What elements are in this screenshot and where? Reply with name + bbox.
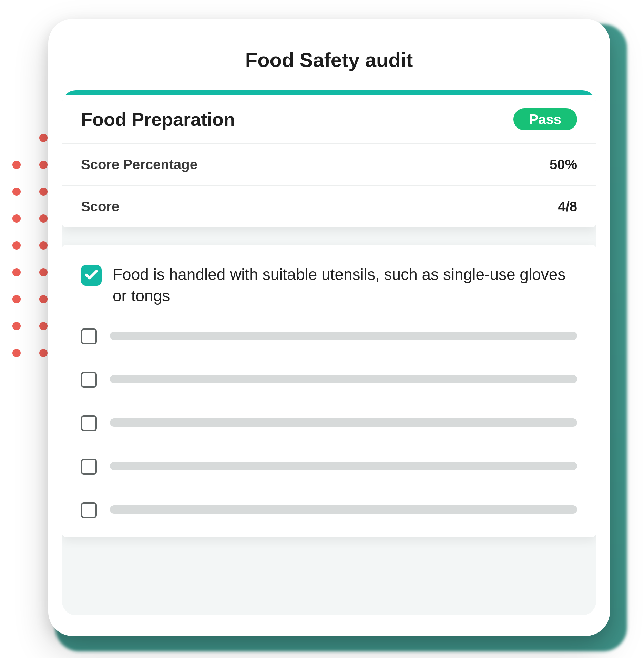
placeholder-line (110, 332, 577, 340)
checklist-item (81, 414, 577, 431)
checklist-item (81, 457, 577, 475)
audit-body: Food Preparation Pass Score Percentage 5… (62, 90, 596, 615)
checklist-item (81, 371, 577, 388)
audit-title: Food Safety audit (245, 48, 413, 71)
checkbox-empty[interactable] (81, 415, 97, 431)
audit-card: Food Safety audit Food Preparation Pass … (48, 19, 610, 636)
checklist-item (81, 501, 577, 518)
section-header-row: Food Preparation Pass (62, 95, 596, 144)
placeholder-line (110, 375, 577, 383)
row-label: Score Percentage (81, 157, 197, 172)
section-summary: Food Preparation Pass Score Percentage 5… (62, 90, 596, 227)
score-row: Score 4/8 (62, 186, 596, 227)
checkbox-empty[interactable] (81, 459, 97, 475)
checklist: Food is handled with suitable utensils, … (62, 245, 596, 537)
placeholder-line (110, 505, 577, 514)
placeholder-line (110, 462, 577, 470)
check-icon (85, 270, 98, 281)
section-title: Food Preparation (81, 109, 235, 130)
row-label: Score (81, 199, 119, 214)
checkbox-empty[interactable] (81, 502, 97, 518)
checkbox-empty[interactable] (81, 328, 97, 344)
checkbox-empty[interactable] (81, 372, 97, 388)
score-percentage-row: Score Percentage 50% (62, 144, 596, 186)
status-badge: Pass (513, 108, 577, 130)
checklist-item-text: Food is handled with suitable utensils, … (113, 264, 577, 306)
checkbox-checked[interactable] (81, 265, 102, 286)
accent-bar (62, 90, 596, 95)
row-value: 50% (550, 157, 577, 172)
placeholder-line (110, 418, 577, 427)
checklist-item (81, 327, 577, 344)
row-value: 4/8 (558, 199, 577, 214)
checklist-item: Food is handled with suitable utensils, … (81, 264, 577, 306)
